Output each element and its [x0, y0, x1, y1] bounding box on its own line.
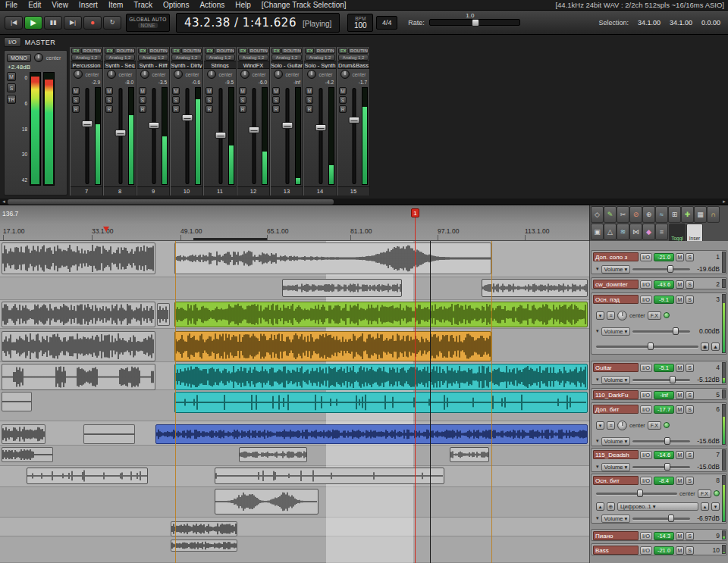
- pencil-tool-icon[interactable]: ✎: [604, 206, 617, 223]
- zoom-tool-icon[interactable]: ⊕: [642, 206, 655, 223]
- r-button[interactable]: R: [105, 105, 113, 113]
- media-item[interactable]: [215, 468, 444, 484]
- io-button[interactable]: I/O: [640, 391, 652, 399]
- master-tr-button[interactable]: TR: [7, 95, 16, 104]
- pan-knob[interactable]: [107, 70, 116, 79]
- envelope-selector[interactable]: Volume ▾: [601, 463, 631, 471]
- volume-fader[interactable]: [81, 87, 93, 185]
- menu-item-edit[interactable]: Edit: [23, 1, 46, 9]
- track-name[interactable]: 115_Deadsh: [593, 450, 639, 459]
- track-name[interactable]: Осн. бит: [593, 476, 639, 485]
- volume-slider-handle[interactable]: [668, 515, 674, 522]
- fader-handle[interactable]: [349, 117, 360, 124]
- m-button[interactable]: M: [339, 87, 347, 95]
- mute-button[interactable]: M: [676, 451, 684, 459]
- pan-knob[interactable]: [74, 70, 83, 79]
- r-button[interactable]: R: [139, 105, 146, 113]
- media-item[interactable]: [215, 489, 318, 515]
- media-item[interactable]: [482, 279, 588, 297]
- go-to-end-button[interactable]: ▶|: [64, 16, 82, 30]
- output-destination[interactable]: Analog 1,2: [205, 55, 235, 61]
- pan-knob[interactable]: [140, 70, 149, 79]
- pan-slider-handle[interactable]: [637, 489, 643, 497]
- m-button[interactable]: M: [272, 87, 280, 95]
- pan-knob[interactable]: [307, 70, 316, 79]
- media-item[interactable]: [2, 424, 46, 444]
- s-button[interactable]: S: [172, 96, 180, 104]
- fx-enabled-led-icon[interactable]: [714, 490, 720, 496]
- output-destination[interactable]: Analog 1,2: [138, 55, 168, 61]
- media-item[interactable]: [174, 242, 491, 274]
- s-button[interactable]: S: [139, 96, 146, 104]
- envelope-selector[interactable]: Volume ▾: [601, 437, 631, 446]
- solo-button[interactable]: S: [686, 405, 694, 414]
- media-item[interactable]: [174, 364, 588, 390]
- solo-button[interactable]: S: [686, 391, 694, 399]
- s-button[interactable]: S: [206, 96, 213, 104]
- io-button[interactable]: I/O: [640, 477, 652, 485]
- fader-handle[interactable]: [182, 114, 193, 121]
- fx-button[interactable]: FX: [71, 48, 80, 54]
- media-item[interactable]: [282, 279, 402, 297]
- menu-item-help[interactable]: Help: [230, 1, 256, 9]
- scroll-right-icon[interactable]: ►: [720, 199, 728, 205]
- r-button[interactable]: R: [339, 105, 347, 113]
- pan-knob[interactable]: [207, 70, 216, 79]
- pan-knob[interactable]: [617, 421, 627, 430]
- pan-slider[interactable]: [596, 493, 677, 495]
- media-item[interactable]: [171, 521, 237, 536]
- time-display[interactable]: 43.2.38 / 1:41.626 [Playing]: [176, 13, 340, 33]
- pause-button[interactable]: ▮▮: [44, 16, 62, 30]
- menu-item-changetrackselection[interactable]: [Change Track Selection]: [256, 1, 352, 9]
- fx-button[interactable]: FX: [271, 48, 281, 54]
- volume-fader[interactable]: [181, 87, 193, 185]
- media-item[interactable]: [2, 242, 155, 274]
- fx-button[interactable]: F.X: [648, 311, 661, 320]
- mixer-scroll-thumb[interactable]: [8, 199, 334, 205]
- fader-handle[interactable]: [82, 120, 93, 127]
- fx-button[interactable]: FX: [238, 48, 247, 54]
- io-button[interactable]: I/O: [640, 280, 652, 289]
- fx-button[interactable]: FX: [305, 48, 314, 54]
- routing-button[interactable]: ROUTING: [148, 48, 168, 54]
- track-name[interactable]: Осн. пэд: [593, 295, 639, 304]
- volume-fader[interactable]: [215, 87, 227, 185]
- menu-item-insert[interactable]: Insert: [74, 1, 103, 9]
- chevron-down-icon[interactable]: ▾: [596, 377, 599, 383]
- routing-button[interactable]: ROUTING: [81, 48, 102, 54]
- pan-knob[interactable]: [617, 311, 627, 321]
- media-item[interactable]: [239, 447, 307, 462]
- mute-button[interactable]: M: [676, 253, 684, 261]
- solo-button[interactable]: S: [686, 546, 694, 555]
- pan-knob[interactable]: [240, 70, 249, 79]
- menu-item-file[interactable]: File: [0, 1, 23, 9]
- pan-knob[interactable]: [340, 70, 350, 79]
- repeat-button[interactable]: ↻: [103, 16, 121, 30]
- volume-slider[interactable]: [632, 466, 690, 468]
- s-button[interactable]: S: [306, 96, 313, 104]
- media-item[interactable]: [2, 364, 155, 390]
- envelope-selector[interactable]: Volume ▾: [601, 376, 631, 384]
- output-destination[interactable]: Analog 1,2: [271, 55, 302, 61]
- magnet-snap-icon[interactable]: ∩: [707, 206, 720, 223]
- routing-button[interactable]: ROUTING: [215, 48, 235, 54]
- record-arm-button[interactable]: ◉: [701, 342, 709, 351]
- media-item[interactable]: [27, 468, 148, 484]
- volume-slider-handle[interactable]: [667, 265, 673, 273]
- mute-button[interactable]: M: [676, 477, 684, 485]
- output-destination[interactable]: Analog 1,2: [338, 55, 369, 61]
- io-button[interactable]: I/O: [640, 405, 652, 414]
- volume-slider-handle[interactable]: [664, 437, 670, 445]
- s-button[interactable]: S: [239, 96, 246, 104]
- m-button[interactable]: M: [172, 87, 180, 95]
- routing-button[interactable]: ≡: [607, 311, 615, 320]
- env-button[interactable]: ▾: [596, 311, 604, 320]
- solo-button[interactable]: S: [686, 296, 694, 304]
- chevron-down-icon[interactable]: ▾: [596, 438, 599, 444]
- m-button[interactable]: M: [239, 87, 246, 95]
- fx-enabled-led-icon[interactable]: [664, 312, 670, 318]
- media-item[interactable]: [83, 424, 135, 444]
- fx-button[interactable]: F.X: [698, 489, 711, 498]
- param-slider[interactable]: [596, 346, 698, 348]
- menu-item-view[interactable]: View: [46, 1, 74, 9]
